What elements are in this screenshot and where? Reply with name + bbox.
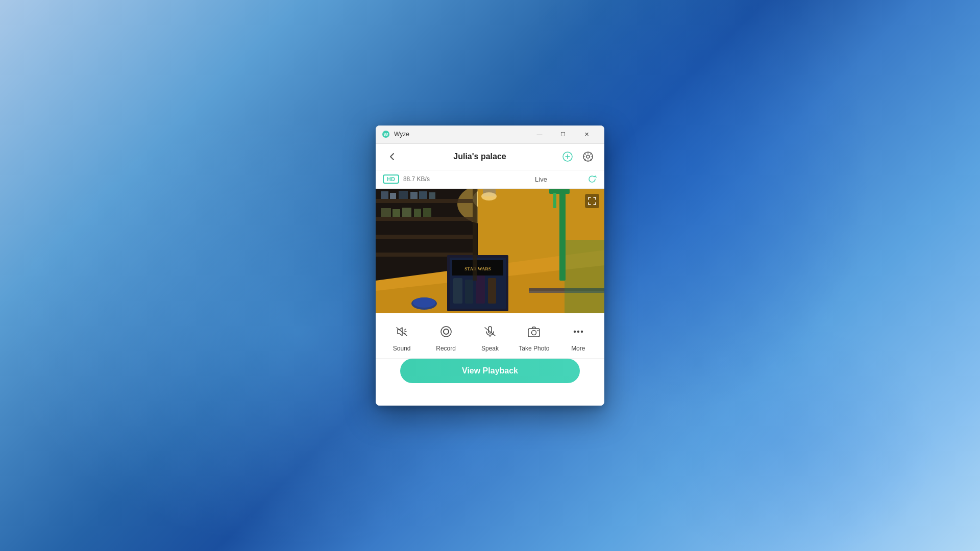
svg-rect-51	[528, 329, 540, 337]
svg-rect-19	[410, 192, 418, 199]
svg-rect-23	[393, 209, 400, 217]
more-control[interactable]: More	[563, 321, 594, 352]
sound-icon	[395, 324, 409, 339]
add-button[interactable]	[559, 148, 576, 165]
settings-button[interactable]	[580, 148, 596, 165]
record-label: Record	[436, 345, 456, 352]
app-window: W Wyze — ☐ ✕ Julia's palace	[376, 126, 604, 406]
svg-rect-32	[465, 280, 473, 304]
more-label: More	[571, 345, 585, 352]
add-icon	[562, 151, 573, 162]
more-icon-wrap	[568, 321, 589, 342]
svg-point-56	[581, 330, 583, 332]
camera-icon	[527, 324, 541, 339]
svg-rect-14	[376, 235, 473, 239]
view-playback-button[interactable]: View Playback	[400, 359, 580, 383]
header-actions	[559, 148, 596, 165]
svg-rect-16	[381, 191, 388, 199]
playback-button-container: View Playback	[376, 359, 604, 406]
page-title: Julia's palace	[400, 152, 559, 161]
speak-icon	[483, 324, 497, 339]
svg-rect-33	[476, 276, 485, 304]
svg-rect-18	[399, 191, 408, 199]
svg-point-54	[574, 330, 576, 332]
close-button[interactable]: ✕	[575, 126, 598, 144]
svg-rect-45	[565, 240, 604, 313]
more-icon	[571, 324, 585, 339]
record-control[interactable]: Record	[431, 321, 461, 352]
record-icon-wrap	[436, 321, 456, 342]
sound-label: Sound	[393, 345, 411, 352]
video-container: STAR WARS	[376, 189, 604, 313]
speak-icon-wrap	[480, 321, 500, 342]
svg-rect-34	[488, 278, 496, 304]
svg-point-44	[481, 192, 497, 201]
take-photo-control[interactable]: Take Photo	[519, 321, 549, 352]
controls-bar: Sound Record Sp	[376, 313, 604, 359]
maximize-button[interactable]: ☐	[551, 126, 575, 144]
bitrate-display: 88.7 KB/s	[403, 176, 495, 183]
app-header: Julia's palace	[376, 144, 604, 170]
svg-rect-25	[414, 209, 421, 217]
svg-text:W: W	[384, 132, 388, 137]
take-photo-label: Take Photo	[519, 345, 549, 352]
svg-point-41	[413, 297, 435, 308]
speak-label: Speak	[481, 345, 499, 352]
refresh-icon	[587, 174, 597, 184]
svg-rect-26	[423, 208, 431, 217]
fullscreen-icon	[588, 197, 596, 205]
title-bar: W Wyze — ☐ ✕	[376, 126, 604, 144]
window-title: Wyze	[394, 131, 528, 138]
svg-point-55	[577, 330, 579, 332]
back-button[interactable]	[384, 148, 400, 165]
camera-feed: STAR WARS	[376, 189, 604, 313]
svg-rect-20	[419, 191, 427, 199]
svg-rect-13	[376, 217, 473, 221]
svg-point-48	[444, 330, 448, 334]
svg-rect-31	[453, 278, 462, 304]
svg-rect-36	[549, 189, 570, 194]
settings-icon	[582, 151, 594, 162]
svg-rect-12	[376, 199, 473, 203]
app-icon: W	[382, 130, 390, 138]
svg-rect-42	[473, 189, 477, 281]
hd-badge: HD	[383, 174, 399, 184]
take-photo-icon-wrap	[524, 321, 544, 342]
fullscreen-button[interactable]	[585, 194, 599, 208]
svg-point-52	[532, 330, 536, 335]
sound-icon-wrap	[391, 321, 412, 342]
svg-rect-21	[429, 192, 435, 199]
speak-control[interactable]: Speak	[475, 321, 505, 352]
svg-rect-37	[553, 193, 556, 208]
refresh-button[interactable]	[587, 174, 597, 184]
svg-point-4	[586, 155, 590, 158]
svg-point-53	[537, 330, 538, 331]
live-label: Live	[495, 176, 587, 183]
record-icon	[439, 324, 453, 339]
svg-text:STAR WARS: STAR WARS	[464, 266, 491, 271]
minimize-button[interactable]: —	[528, 126, 551, 144]
back-icon	[387, 152, 397, 162]
status-bar: HD 88.7 KB/s Live	[376, 170, 604, 189]
window-controls: — ☐ ✕	[528, 126, 598, 144]
svg-rect-24	[402, 208, 411, 217]
sound-control[interactable]: Sound	[386, 321, 417, 352]
svg-rect-17	[390, 193, 396, 199]
svg-rect-22	[381, 208, 391, 217]
